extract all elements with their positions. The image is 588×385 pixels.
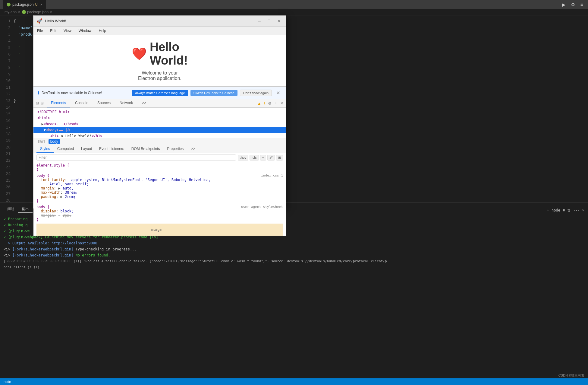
devtools-panel: ℹ DevTools is now available in Chinese! …	[33, 86, 286, 236]
hov-button[interactable]: :hov	[238, 155, 248, 161]
filter-input[interactable]	[36, 154, 236, 161]
switch-devtools-button[interactable]: Switch DevTools to Chinese	[190, 90, 237, 96]
dom-breadcrumb: html body	[33, 138, 286, 145]
terminal-trash-icon[interactable]: 🗑	[567, 208, 571, 212]
breadcrumb-separator: >	[50, 10, 52, 14]
tab-network[interactable]: Network	[115, 99, 137, 107]
box-model: margin -	[36, 224, 283, 236]
terminal-tabs: 问题 输出	[4, 205, 33, 213]
dom-line-body[interactable]: ... ▼ <body> == $0	[33, 127, 286, 133]
styles-tab-properties[interactable]: Properties	[164, 145, 187, 153]
styles-tab-computed[interactable]: Computed	[54, 145, 77, 153]
styles-tab-more[interactable]: >>	[187, 145, 199, 153]
devtools-tabs: ⊡ ⊟ Elements Console Sources Network >> …	[33, 99, 286, 108]
terminal-line: <i> [ForkTsCheckerWebpackPlugin] No erro…	[4, 252, 584, 258]
minimize-button[interactable]: ─	[255, 18, 264, 25]
win-controls: ─ ☐ ✕	[255, 18, 283, 25]
tab-more[interactable]: >>	[138, 99, 150, 107]
maximize-button[interactable]: ☐	[265, 18, 273, 25]
tab-problems[interactable]: 问题	[4, 205, 18, 213]
dom-line: <html>	[33, 115, 286, 121]
tab-close-icon[interactable]: ×	[40, 3, 42, 6]
dom-line: <!DOCTYPE html>	[33, 109, 286, 115]
line-numbers: 12345 678910 1112131415 1617181920 21222…	[0, 15, 14, 202]
layout-button[interactable]: ⊞	[276, 155, 283, 161]
terminal-line: <i> [ForkTsCheckerWebpackPlugin] Type-ch…	[4, 246, 584, 252]
window-controls: ▶ ⚙ ≡	[557, 0, 588, 9]
warning-icon: ▲	[257, 101, 261, 106]
tab-sources[interactable]: Sources	[93, 99, 115, 107]
devtools-icons: ▲ 1 ⚙ ⋮ ✕	[257, 101, 284, 106]
menu-view[interactable]: View	[60, 27, 75, 35]
hello-text: HelloWorld!	[150, 40, 188, 67]
dom-tree: <!DOCTYPE html> <html> ▶ <head> ... </he…	[33, 108, 286, 138]
debug-button[interactable]: ⚙	[569, 1, 577, 8]
electron-titlebar: 🚀 Hello World! ─ ☐ ✕	[33, 16, 286, 27]
tab-output[interactable]: 输出	[18, 205, 33, 213]
settings-icon[interactable]: ⚙	[268, 101, 272, 106]
app-title: ❤️ HelloWorld!	[132, 40, 188, 67]
electron-window: 🚀 Hello World! ─ ☐ ✕ File Edit View Wind…	[33, 15, 286, 208]
statusbar-node: node	[4, 380, 11, 383]
file-icon: 🟢	[7, 3, 11, 7]
terminal-line: > Output Available: http://localhost:900…	[4, 240, 584, 246]
terminal-add-icon[interactable]: +	[547, 208, 549, 212]
dont-show-button[interactable]: Don't show again	[240, 90, 272, 96]
breadcrumb-item[interactable]: my-app	[5, 10, 17, 14]
menu-help[interactable]: Help	[95, 27, 110, 35]
notification-close[interactable]: ✕	[274, 89, 282, 96]
menu-window[interactable]: Window	[75, 27, 95, 35]
info-icon: ℹ	[38, 91, 39, 95]
user-agent-rule: body { user agent stylesheet display: bl…	[36, 205, 283, 222]
notification-text: DevTools is now available in Chinese!	[42, 91, 130, 95]
cls-button[interactable]: .cls	[250, 155, 259, 161]
cursor-icon: ⊡	[36, 101, 39, 105]
breadcrumb-item[interactable]: 🟢 package.json	[22, 10, 49, 14]
devtools-notification: ℹ DevTools is now available in Chinese! …	[33, 87, 286, 99]
element-style-rule: element.style { }	[36, 163, 283, 172]
breadcrumb-html[interactable]: html	[36, 139, 47, 144]
titlebar: 🟢 package.json U × ▶ ⚙ ≡	[0, 0, 588, 9]
heart-emoji: ❤️	[132, 47, 147, 61]
tab-console[interactable]: Console	[71, 99, 93, 107]
run-button[interactable]: ▶	[560, 1, 567, 8]
app-icon: 🚀	[36, 18, 42, 24]
match-language-button[interactable]: Always match Chrome's language	[132, 90, 188, 96]
menu-edit[interactable]: Edit	[46, 27, 60, 35]
dom-line: ▶ <head> ... </head>	[33, 121, 286, 127]
tab-elements[interactable]: Elements	[47, 99, 70, 107]
breadcrumb-item: ...	[54, 10, 57, 14]
electron-menu: File Edit View Window Help	[33, 27, 286, 35]
tab-filename: package.json	[12, 2, 34, 7]
welcome-text: Welcome to yourElectron application.	[138, 70, 181, 81]
styles-tab-styles[interactable]: Styles	[36, 145, 54, 153]
more-button[interactable]: ≡	[579, 2, 585, 8]
styles-tab-dom-breakpoints[interactable]: DOM Breakpoints	[128, 145, 164, 153]
styles-content: element.style { } body { index.css:1 fon…	[33, 162, 286, 222]
terminal-edit-icon[interactable]: ✎	[582, 208, 584, 212]
terminal-more-icon[interactable]: ···	[573, 208, 580, 212]
close-devtools-icon[interactable]: ✕	[280, 101, 284, 106]
body-rule: body { index.css:1 font-family: -apple-s…	[36, 173, 283, 203]
add-style-button[interactable]: +	[260, 155, 266, 161]
more-icon[interactable]: ⋮	[274, 101, 278, 106]
breadcrumb-body[interactable]: body	[49, 139, 60, 144]
styles-tab-event-listeners[interactable]: Event Listeners	[96, 145, 128, 153]
filter-buttons: :hov .cls + 🖊 ⊞	[238, 155, 283, 161]
styles-tab-layout[interactable]: Layout	[77, 145, 96, 153]
device-icon: ⊟	[41, 101, 44, 105]
terminal-split-icon[interactable]: ⊞	[563, 208, 565, 212]
close-button[interactable]: ✕	[275, 18, 283, 25]
styles-tabs: Styles Computed Layout Event Listeners D…	[33, 145, 286, 153]
editor-tab[interactable]: 🟢 package.json U ×	[3, 0, 46, 9]
menu-file[interactable]: File	[33, 27, 46, 35]
edit-button[interactable]: 🖊	[267, 155, 275, 161]
box-model-label: margin	[151, 228, 162, 232]
window-title: Hello World!	[45, 19, 255, 23]
dom-line: <h1> ❤️ Hello World!</h1>	[33, 133, 286, 138]
terminal-error-line-2: ocol_client.js (1)	[4, 264, 584, 270]
warning-count: 1	[263, 101, 266, 105]
breadcrumb-separator: >	[18, 10, 20, 14]
editor-area: 12345 678910 1112131415 1617181920 21222…	[0, 15, 588, 202]
statusbar: node	[0, 378, 588, 385]
